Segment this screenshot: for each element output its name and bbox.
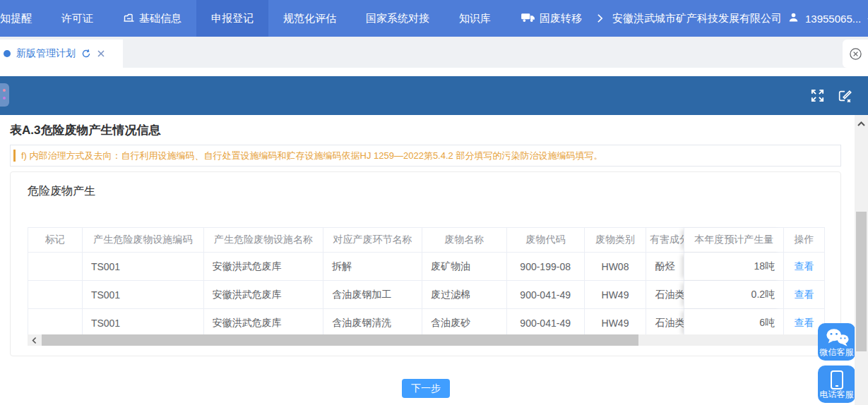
col-header-waste-name: 废物名称 [422,228,507,252]
cell-facility-name: 安徽洪武危废库 [204,253,324,280]
cell-harmful: 石油类 [646,309,684,337]
cell-facility-code: TS001 [83,309,204,337]
scroll-up-arrow-icon[interactable] [855,118,868,129]
hazardous-waste-card: 危险废物产生 标记 产生危险废物设施编码 产生危险废物设施名称 对应产废环节名称… [10,171,841,356]
cell-action: 查看 [784,281,824,308]
close-all-tabs-icon[interactable] [843,40,868,68]
tab-bar: 新版管理计划 [0,37,868,68]
note-accent-bar [13,150,16,162]
col-header-waste-category: 废物类别 [585,228,647,252]
cell-harmful: 石油类 [646,281,684,308]
table-row: TS001 安徽洪武危废库 含油废钢清洗 含油废砂 900-041-49 HW4… [28,309,824,337]
vertical-scrollbar[interactable] [855,115,868,405]
cell-waste-name: 含油废砂 [422,309,507,337]
nav-item-label: 许可证 [61,12,93,25]
col-header-annual-amount: 本年度预计产生量 [684,228,784,252]
nav-item-label: 知提醒 [0,12,32,25]
nav-item-label: 申报登记 [211,12,254,25]
truck-icon [521,12,535,25]
table-header-row: 标记 产生危险废物设施编码 产生危险废物设施名称 对应产废环节名称 废物名称 废… [28,228,824,253]
table-row: TS001 安徽洪武危废库 含油废钢加工 废过滤棉 900-041-49 HW4… [28,281,824,309]
tab-close-icon[interactable] [97,49,105,58]
cell-waste-name: 废矿物油 [422,253,507,280]
tab-label: 新版管理计划 [16,47,76,60]
nav-item-declaration[interactable]: 申报登记 [196,0,268,37]
cell-annual-amount: 18吨 [684,253,784,280]
page-header-bar [0,76,868,115]
col-header-harmful: 有害成分 [646,228,684,252]
nav-item-license[interactable]: 许可证 [47,0,108,37]
cell-facility-name: 安徽洪武危废库 [204,309,324,337]
cell-annual-amount: 0.2吨 [684,281,784,308]
view-link[interactable]: 查看 [795,289,814,301]
page-title: 表A.3危险废物产生情况信息 [10,122,160,138]
phone-service-button[interactable]: 电话客服 [818,365,855,403]
cell-harmful: 酚烃 [646,253,684,280]
chevron-right-icon[interactable] [597,13,603,23]
nav-item-label: 基础信息 [139,12,182,25]
cell-waste-category: HW08 [585,253,647,280]
cell-waste-category: HW49 [585,309,647,337]
col-header-waste-code: 废物代码 [507,228,585,252]
company-name: 安徽洪武城市矿产科技发展有限公司 [612,12,782,25]
wechat-service-label: 微信客服 [820,346,854,358]
horizontal-scrollbar[interactable] [28,334,825,346]
wechat-service-button[interactable]: 微信客服 [818,323,855,361]
section-title: 危险废物产生 [28,184,95,199]
col-header-facility-code: 产生危险废物设施编码 [83,228,204,252]
tab-active-dot-icon [4,50,11,57]
nav-right-group: 安徽洪武城市矿产科技发展有限公司 13955065... [597,0,868,37]
horizontal-scroll-thumb[interactable] [42,334,638,346]
scroll-left-arrow-icon[interactable] [28,334,42,346]
next-step-button[interactable]: 下一步 [402,379,450,398]
nav-item-knowledge-base[interactable]: 知识库 [444,0,506,37]
nav-item-label: 知识库 [459,12,491,25]
tab-management-plan[interactable]: 新版管理计划 [0,40,123,68]
view-link[interactable]: 查看 [795,260,814,273]
cell-facility-code: TS001 [83,253,204,280]
nav-item-label: 规范化评估 [283,12,336,25]
nav-item-national-system[interactable]: 国家系统对接 [351,0,444,37]
widget-handle[interactable] [0,83,9,107]
view-link[interactable]: 查看 [795,317,814,330]
cell-waste-code: 900-041-49 [507,281,585,308]
cell-mark [28,281,83,308]
fullscreen-icon[interactable] [810,88,825,103]
edit-cancel-icon[interactable] [837,88,852,104]
cell-annual-amount: 6吨 [684,309,784,337]
col-header-action: 操作 [784,228,824,252]
nav-item-label: 国家系统对接 [366,12,429,25]
cell-mark [28,309,83,337]
user-icon [788,12,799,25]
nav-item-standard-assessment[interactable]: 规范化评估 [268,0,351,37]
top-navbar: 知提醒 许可证 基础信息 申报登记 规范化评估 国家系统对接 知识库 固废转移 [0,0,868,37]
cell-action: 查看 [784,253,824,280]
nav-item-waste-transfer[interactable]: 固废转移 [506,0,597,37]
cell-process: 含油废钢加工 [323,281,422,308]
wechat-icon [818,327,855,348]
nav-item-reminder[interactable]: 知提醒 [0,0,47,37]
user-phone[interactable]: 13955065... [805,13,861,25]
col-header-mark: 标记 [28,228,83,252]
table-row: TS001 安徽洪武危废库 拆解 废矿物油 900-199-08 HW08 酚烃… [28,253,824,281]
app-window: 知提醒 许可证 基础信息 申报登记 规范化评估 国家系统对接 知识库 固废转移 [0,0,868,405]
nav-item-basic-info[interactable]: 基础信息 [108,0,196,37]
cell-process: 拆解 [323,253,422,280]
cell-waste-code: 900-199-08 [507,253,585,280]
cell-waste-name: 废过滤棉 [422,281,507,308]
building-icon [123,11,135,25]
vertical-scroll-thumb[interactable] [856,212,867,351]
phone-icon [818,370,855,391]
nav-item-label: 固废转移 [540,12,582,25]
note-text: f) 内部治理方式及去向：自行利用设施编码、自行处置设施编码和贮存设施编码依据H… [21,150,602,162]
cell-waste-category: HW49 [585,281,647,308]
col-header-facility-name: 产生危险废物设施名称 [204,228,324,252]
cell-facility-code: TS001 [83,281,204,308]
note-box: f) 内部治理方式及去向：自行利用设施编码、自行处置设施编码和贮存设施编码依据H… [10,145,841,167]
cell-facility-name: 安徽洪武危废库 [204,281,324,308]
cell-waste-code: 900-041-49 [507,309,585,337]
refresh-icon[interactable] [81,49,91,59]
cell-process: 含油废钢清洗 [323,309,422,337]
waste-table: 标记 产生危险废物设施编码 产生危险废物设施名称 对应产废环节名称 废物名称 废… [28,227,825,337]
cell-mark [28,253,83,280]
